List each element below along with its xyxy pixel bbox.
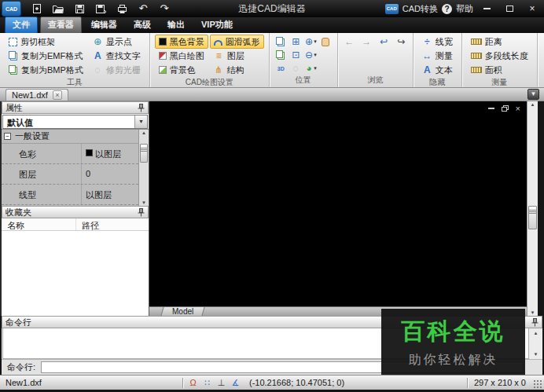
text-toggle-button[interactable]: A文本	[418, 63, 457, 77]
bw-drawing-icon	[159, 52, 167, 60]
copy-bmp-button[interactable]: 复制为BMP格式	[5, 63, 87, 77]
circle-mode-button[interactable]: ◌	[289, 62, 303, 75]
show-point-button[interactable]: ⊕显示点	[89, 35, 145, 49]
mdi-close-icon[interactable]: ×	[516, 105, 520, 112]
property-grid-scrollbar[interactable]: ▲ ▼	[138, 130, 149, 206]
scroll-down-icon[interactable]: ▼	[529, 352, 542, 357]
window-right-edge	[538, 101, 544, 316]
scroll-down-icon[interactable]: ▼	[139, 200, 149, 205]
close-button[interactable]: ×	[523, 2, 542, 16]
measure-toggle-button[interactable]: ↔测量	[418, 49, 457, 63]
pan-button[interactable]	[319, 35, 333, 48]
layers-button[interactable]: ≡图层	[210, 49, 264, 63]
structure-button[interactable]: ⋔结构	[210, 63, 264, 77]
tab-editor[interactable]: 编辑器	[84, 17, 124, 33]
tab-model[interactable]: Model	[160, 307, 204, 316]
favorites-name-column[interactable]: 名称	[2, 218, 76, 230]
zoom-in-dropdown-icon[interactable]: ▾	[314, 38, 317, 45]
find-text-button[interactable]: A查找文字	[89, 49, 145, 63]
tab-output[interactable]: 输出	[160, 17, 192, 33]
document-tab-close-icon[interactable]: ×	[53, 90, 62, 100]
scroll-down-icon[interactable]: ▼	[527, 310, 538, 315]
mdi-restore-icon[interactable]	[502, 105, 509, 112]
polyline-length-button[interactable]: 多段线长度	[467, 49, 532, 63]
tab-vip[interactable]: VIP功能	[194, 17, 240, 33]
property-row-color[interactable]: 色彩 以图层	[2, 144, 138, 164]
undo-button[interactable]: ↶	[136, 2, 150, 15]
document-tab-bar: New1.dxf × ▼	[0, 88, 544, 101]
view-forward-button[interactable]: →	[360, 35, 373, 48]
view-redo-button[interactable]: ↪	[395, 35, 408, 48]
ribbon-group-browse: ← → ↩ ↪ 浏览	[338, 33, 414, 87]
copy-emf-icon	[9, 51, 16, 59]
view-back-button[interactable]: ←	[343, 35, 356, 48]
copy-emf-button[interactable]: 复制为EMF格式	[5, 49, 87, 63]
zoom-out-button[interactable]: ⊖▾	[304, 49, 318, 61]
distance-button[interactable]: 距离	[467, 35, 532, 49]
pin-icon[interactable]	[531, 318, 538, 327]
copy-view-button[interactable]	[274, 35, 288, 48]
scroll-up-icon[interactable]: ▲	[529, 331, 542, 335]
cut-frame-button[interactable]: 剪切框架	[5, 35, 87, 49]
favorites-panel-header: 收藏夹	[2, 206, 149, 218]
perpendicular-icon[interactable]: ⊥	[215, 378, 227, 388]
tab-advanced[interactable]: 高级	[127, 17, 158, 33]
pin-icon[interactable]	[138, 208, 145, 217]
favorites-path-column[interactable]: 路径	[76, 218, 105, 230]
zoom-window-button[interactable]: ⊞	[289, 35, 303, 48]
command-prompt-label: 命令行:	[2, 361, 41, 373]
zoom-in-button[interactable]: ⊕▾	[304, 35, 318, 48]
drawing-canvas[interactable]: ×	[149, 101, 527, 306]
watermark-overlay: 百科全说 助你轻松解决	[381, 309, 525, 375]
trim-raster-button[interactable]: ◌修剪光栅	[89, 63, 145, 77]
property-group-row[interactable]: − 一般设置	[2, 130, 138, 144]
command-scrollbar[interactable]: ▲ ▼	[529, 328, 542, 359]
canvas-vertical-scrollbar[interactable]: ▲ ▼	[527, 101, 538, 316]
mdi-minimize-icon[interactable]	[488, 108, 494, 109]
smooth-arc-button[interactable]: 圆滑弧形	[210, 35, 264, 49]
scroll-up-icon[interactable]: ▲	[139, 130, 149, 135]
scroll-up-icon[interactable]: ▲	[527, 102, 538, 107]
tab-viewer[interactable]: 查看器	[40, 16, 82, 34]
render-mode-button[interactable]: ◕▾	[304, 62, 318, 75]
view-undo-button[interactable]: ↩	[377, 35, 391, 48]
minimize-button[interactable]	[477, 2, 496, 16]
grid-icon[interactable]: ∷	[201, 378, 213, 388]
pin-icon[interactable]	[138, 104, 145, 112]
area-button[interactable]: 面积	[467, 63, 532, 77]
resize-grip[interactable]	[532, 379, 542, 389]
bw-drawing-button[interactable]: 黑白绘图	[155, 49, 208, 63]
tab-file[interactable]: 文件	[5, 16, 38, 34]
open-file-button[interactable]	[51, 2, 65, 15]
favorites-list[interactable]	[2, 231, 149, 316]
background-color-button[interactable]: 背景色	[155, 63, 208, 77]
property-row-layer[interactable]: 图层 0	[2, 164, 138, 185]
property-preset-select[interactable]: 默认值 ▼	[2, 115, 148, 129]
maximize-button[interactable]	[500, 2, 519, 16]
property-row-linetype[interactable]: 线型 以图层	[2, 185, 138, 205]
new-file-button[interactable]	[30, 2, 44, 15]
zoom-extents-button[interactable]: ⊡	[289, 49, 303, 61]
save-button[interactable]	[72, 2, 86, 15]
paste-view-button[interactable]	[274, 49, 288, 61]
scrollbar-thumb[interactable]	[528, 206, 537, 229]
render-dropdown-icon[interactable]: ▾	[314, 65, 317, 71]
measure-toggle-icon: ↔	[422, 51, 432, 61]
cursor-coordinates: (-10.21668; 10.47051; 0)	[245, 378, 348, 387]
redo-button[interactable]: ↷	[157, 2, 171, 15]
angle-snap-icon[interactable]: ∡	[230, 378, 241, 388]
print-button[interactable]	[115, 2, 129, 15]
black-background-button[interactable]: 黑色背景	[155, 35, 208, 49]
ortho-snap-icon[interactable]: Ω	[187, 378, 199, 387]
zoom-out-dropdown-icon[interactable]: ▾	[314, 52, 317, 58]
document-tab[interactable]: New1.dxf ×	[6, 89, 68, 101]
help-button[interactable]: 帮助	[456, 3, 473, 15]
scrollbar-thumb[interactable]	[140, 144, 148, 163]
view-3d-button[interactable]: 3D	[274, 62, 288, 75]
collapse-group-icon[interactable]: −	[4, 133, 11, 140]
save-as-button[interactable]	[94, 2, 108, 15]
line-width-button[interactable]: ÷线宽	[418, 35, 457, 49]
cad-convert-button[interactable]: CAD转换	[402, 3, 438, 15]
collapse-ribbon-button[interactable]: ▼	[527, 89, 539, 100]
preset-dropdown-icon[interactable]: ▼	[134, 115, 147, 128]
